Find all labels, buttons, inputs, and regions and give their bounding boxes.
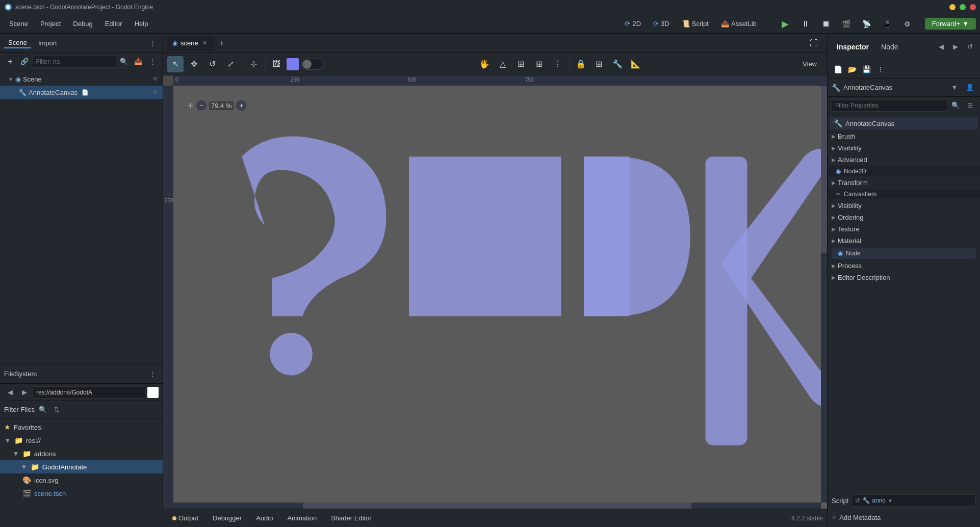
horizontal-scrollbar[interactable] (173, 503, 821, 509)
inspector-next-btn[interactable]: ▶ (949, 41, 962, 53)
vertical-scrollbar[interactable] (821, 86, 827, 503)
fs-addons[interactable]: ▼ 📁 addons (0, 447, 163, 460)
visibility-eye-root[interactable]: 👁 (152, 75, 159, 83)
node-dropdown-btn[interactable]: ▼ (948, 82, 961, 94)
ic-section-process[interactable]: ▶ Process (828, 260, 980, 272)
filesystem-more-btn[interactable]: ⋮ (146, 368, 159, 380)
mode-assetlib-btn[interactable]: 📤 AssetLib (716, 18, 762, 30)
forward-plus-btn[interactable]: Forward+ ▼ (925, 18, 976, 30)
open-file-btn[interactable]: 📂 (846, 63, 858, 75)
ic-subsection-node2d[interactable]: ◉ Node2D (828, 166, 980, 176)
scene-options-btn[interactable]: ⋮ (146, 56, 159, 68)
ic-section-advanced[interactable]: ▶ Advanced (828, 154, 980, 166)
stop-btn[interactable]: ⏹ (817, 15, 835, 33)
ic-annotate-canvas-node[interactable]: 🔧 AnnotateCanvas (830, 117, 978, 129)
fs-back-btn[interactable]: ◀ (4, 386, 16, 399)
close-btn[interactable] (970, 4, 976, 10)
zoom-in-btn[interactable]: + (236, 100, 247, 111)
scrollbar-thumb-v[interactable] (821, 86, 827, 253)
more-options-btn[interactable]: ⋮ (550, 56, 566, 72)
tab-node[interactable]: Node (876, 41, 903, 53)
snap-btn[interactable]: △ (495, 56, 511, 72)
canvas-area[interactable]: 0 250 500 750 250 ✛ − 79.4 % + (163, 75, 827, 509)
ic-section-brush[interactable]: ▶ Brush (828, 130, 980, 142)
fs-icon-svg[interactable]: 🎨 icon.svg (0, 473, 163, 487)
maximize-btn[interactable] (960, 4, 966, 10)
fs-godot-annotate[interactable]: ▼ 📁 GodotAnnotate (0, 460, 163, 473)
stamp-btn[interactable]: 📐 (628, 56, 644, 72)
menu-scene[interactable]: Scene (4, 18, 33, 30)
fs-forward-btn[interactable]: ▶ (18, 386, 31, 399)
scene-import-btn[interactable]: 📥 (132, 56, 144, 68)
bottom-tab-debugger[interactable]: Debugger (208, 512, 247, 524)
grid-btn[interactable]: ⊞ (513, 56, 529, 72)
scene-tab-close[interactable]: ✕ (201, 40, 209, 47)
ic-section-visibility-2[interactable]: ▶ Visibility (828, 200, 980, 212)
save-btn[interactable]: 💾 (860, 63, 872, 75)
ic-section-material[interactable]: ▶ Material (828, 235, 980, 247)
new-tab-btn[interactable]: + (216, 37, 228, 49)
editor-tab-scene[interactable]: ◉ scene ✕ (167, 36, 214, 51)
ic-section-texture[interactable]: ▶ Texture (828, 223, 980, 235)
ic-node-sub[interactable]: ◉ Node (832, 248, 976, 259)
menu-debug[interactable]: Debug (68, 18, 97, 30)
fs-res-root[interactable]: ▼ 📁 res:// (0, 434, 163, 447)
rotate-tool-btn[interactable]: ↺ (204, 56, 220, 72)
tree-item-annotate-canvas[interactable]: 🔧 AnnotateCanvas 📄 👁 (0, 86, 163, 99)
hand-tool-btn[interactable]: 🖐 (476, 56, 493, 72)
fs-sort-btn[interactable]: ⇅ (51, 404, 63, 416)
filter-options-btn[interactable]: ⊞ (964, 99, 976, 112)
ic-section-visibility-1[interactable]: ▶ Visibility (828, 142, 980, 154)
view-btn[interactable]: View (796, 58, 823, 70)
add-metadata-row[interactable]: + Add Metadata (832, 511, 976, 524)
select-tool-btn[interactable]: ↖ (167, 56, 184, 72)
deploy-btn[interactable]: 📱 (878, 15, 896, 33)
pipette-btn[interactable]: 🔧 (609, 56, 626, 72)
mode-toggle[interactable] (301, 59, 323, 70)
transform-btn[interactable]: ⊹ (245, 56, 262, 72)
ic-section-editor-description[interactable]: ▶ Editor Description (828, 272, 980, 283)
scene-filter-input[interactable] (33, 56, 116, 68)
menu-help[interactable]: Help (130, 18, 153, 30)
mode-script-btn[interactable]: 📜 Script (677, 18, 714, 30)
grid2-btn[interactable]: ⊞ (591, 56, 607, 72)
settings-btn[interactable]: ⚙ (898, 15, 917, 33)
inspector-prev-btn[interactable]: ◀ (935, 41, 947, 53)
scale-tool-btn[interactable]: ⤢ (222, 56, 239, 72)
visibility-eye-canvas[interactable]: 👁 (152, 89, 159, 96)
menu-project[interactable]: Project (35, 18, 66, 30)
pause-btn[interactable]: ⏸ (796, 15, 815, 33)
remote-debug-btn[interactable]: 📡 (858, 15, 876, 33)
tab-scene[interactable]: Scene (4, 38, 31, 48)
grid-options-btn[interactable]: ⊞ (531, 56, 548, 72)
mode-3d-btn[interactable]: ⟳ 3D (648, 18, 675, 30)
minimize-btn[interactable] (949, 4, 956, 10)
filter-search-icon[interactable]: 🔍 (949, 99, 962, 112)
mode-2d-btn[interactable]: ⟳ 2D (620, 18, 646, 30)
new-scene-btn[interactable]: 📄 (832, 63, 844, 75)
fs-search-icon[interactable]: 🔍 (37, 404, 49, 416)
ic-section-transform[interactable]: ▶ Transform (828, 177, 980, 189)
ic-subsection-canvasitem[interactable]: ✏ CanvasItem (828, 189, 980, 199)
fs-scene-tscn[interactable]: 🎬 scene.tscn (0, 487, 163, 500)
add-node-btn[interactable]: + (4, 56, 16, 68)
lock-btn[interactable]: 🔒 (573, 56, 589, 72)
bottom-tab-audio[interactable]: Audio (251, 512, 278, 524)
tab-inspector[interactable]: Inspector (832, 41, 874, 53)
bottom-tab-shader[interactable]: Shader Editor (326, 512, 377, 524)
movie-btn[interactable]: 🎬 (837, 15, 856, 33)
move-tool-btn[interactable]: ✥ (186, 56, 202, 72)
more-btn[interactable]: ⋮ (874, 63, 887, 75)
link-btn[interactable]: 🔗 (18, 56, 31, 68)
play-btn[interactable]: ▶ (776, 15, 794, 33)
bottom-tab-animation[interactable]: Animation (282, 512, 322, 524)
scene-more-btn[interactable]: ⋮ (146, 37, 159, 49)
fullscreen-btn[interactable]: ⛶ (805, 34, 823, 52)
script-value[interactable]: ↺ 🔧 anno ▼ (852, 494, 976, 507)
zoom-out-btn[interactable]: − (196, 100, 207, 111)
scrollbar-thumb-h[interactable] (303, 503, 691, 509)
tree-item-scene-root[interactable]: ▼ ◉ Scene 👁 (0, 72, 163, 86)
search-icon[interactable]: 🔍 (118, 56, 131, 68)
fs-favorites[interactable]: ★ Favorites: (0, 420, 163, 434)
color-picker[interactable] (287, 58, 299, 70)
